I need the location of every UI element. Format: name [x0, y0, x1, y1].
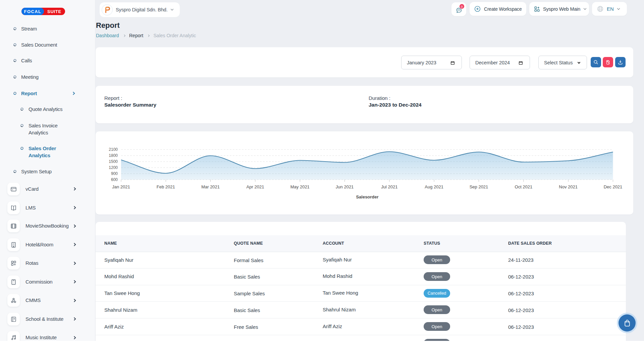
- svg-text:Feb 2021: Feb 2021: [157, 184, 175, 189]
- svg-text:Sep 2021: Sep 2021: [470, 184, 488, 189]
- svg-text:Aug 2021: Aug 2021: [425, 184, 443, 189]
- svg-text:900: 900: [111, 171, 118, 176]
- svg-text:Jul 2021: Jul 2021: [381, 184, 397, 189]
- svg-text:Dec 2021: Dec 2021: [604, 184, 623, 189]
- svg-text:Jun 2021: Jun 2021: [336, 184, 354, 189]
- svg-text:2100: 2100: [109, 147, 118, 152]
- svg-text:Apr 2021: Apr 2021: [247, 184, 264, 189]
- svg-text:Oct 2021: Oct 2021: [515, 184, 533, 189]
- svg-text:600: 600: [111, 177, 118, 182]
- svg-text:Jan 2021: Jan 2021: [112, 184, 130, 189]
- svg-text:1800: 1800: [109, 153, 118, 158]
- svg-text:Salesorder: Salesorder: [356, 194, 378, 199]
- svg-text:1200: 1200: [109, 165, 118, 170]
- svg-text:Nov 2021: Nov 2021: [559, 184, 578, 189]
- svg-text:Mar 2021: Mar 2021: [201, 184, 220, 189]
- svg-text:May 2021: May 2021: [290, 184, 310, 189]
- svg-text:1500: 1500: [109, 159, 118, 164]
